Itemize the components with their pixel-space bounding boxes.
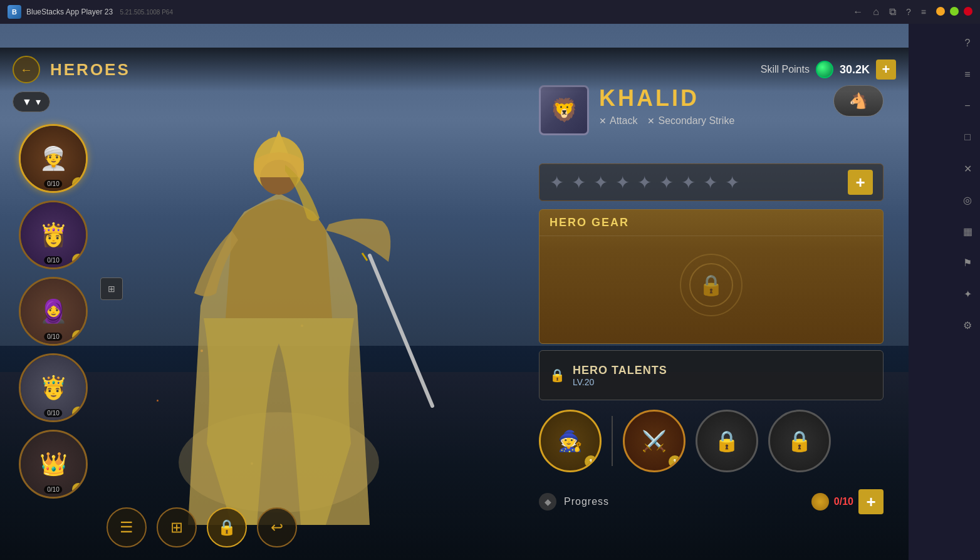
hero-lock-icon-2: 🔒 bbox=[72, 254, 85, 266]
star-7: ✦ bbox=[681, 172, 696, 193]
skill-4-lock-icon: 🔒 bbox=[787, 429, 812, 453]
game-area: ← HEROES Skill Points 30.2K + ▼ ▾ ⊞ 👳 0/… bbox=[0, 24, 909, 560]
sidebar-icon-7[interactable]: ▦ bbox=[958, 222, 977, 241]
gear-lock-area: 🔒 bbox=[680, 254, 743, 316]
sidebar-icon-10[interactable]: ⚙ bbox=[958, 316, 977, 334]
progress-nums: 0/10 bbox=[834, 496, 853, 507]
skill-icons-row: 🧙 1 ⚔️ 1 🔒 🔒 bbox=[539, 410, 884, 472]
star-4: ✦ bbox=[615, 172, 630, 193]
filter-button[interactable]: ▼ ▾ bbox=[13, 91, 50, 112]
skill-points-area: Skill Points 30.2K + bbox=[761, 60, 896, 80]
add-skill-points-button[interactable]: + bbox=[876, 60, 896, 80]
secondary-cross-icon: ✕ bbox=[647, 116, 655, 126]
stars-add-button[interactable]: + bbox=[848, 170, 873, 195]
hero-emblem: 🦁 bbox=[539, 85, 589, 135]
sidebar-icon-1[interactable]: ? bbox=[958, 34, 977, 53]
hero-progress-4: 0/10 bbox=[44, 409, 62, 417]
window-controls: ? ≡ bbox=[906, 7, 972, 17]
header: ← HEROES Skill Points 30.2K + bbox=[0, 48, 909, 91]
sidebar-icon-6[interactable]: ◎ bbox=[958, 190, 977, 209]
talent-info: HERO TALENTS LV.20 bbox=[573, 364, 667, 387]
skill-icon-1[interactable]: 🧙 1 bbox=[539, 410, 602, 472]
sidebar-icon-9[interactable]: ✦ bbox=[958, 284, 977, 303]
skill-1-image: 🧙 bbox=[558, 429, 583, 453]
menu-icon[interactable]: ≡ bbox=[921, 7, 926, 17]
skill-divider bbox=[612, 416, 613, 466]
sidebar-icon-8[interactable]: ⚑ bbox=[958, 253, 977, 272]
app-icon: B bbox=[8, 5, 21, 19]
sidebar-icon-3[interactable]: − bbox=[958, 96, 977, 115]
star-3: ✦ bbox=[593, 172, 608, 193]
skill-icon-3[interactable]: 🔒 bbox=[696, 410, 758, 472]
titlebar: B BlueStacks App Player 23 5.21.505.1008… bbox=[0, 0, 980, 24]
skill-icon-4[interactable]: 🔒 bbox=[768, 410, 831, 472]
filter-icon: ▼ bbox=[22, 96, 32, 108]
sidebar-icon-2[interactable]: ≡ bbox=[958, 65, 977, 84]
skill-1-level: 1 bbox=[585, 455, 597, 468]
filter-area: ▼ ▾ bbox=[13, 91, 50, 112]
hero-name-area: 🦁 KHALID ✕ Attack ✕ Secondary Strike bbox=[539, 85, 734, 135]
progress-area: ◆ Progress 0/10 + bbox=[539, 486, 884, 517]
gear-lock-icon: 🔒 bbox=[689, 263, 733, 307]
hero-svg bbox=[107, 55, 451, 544]
bottom-nav: ☰ ⊞ 🔒 ↩ bbox=[107, 507, 297, 547]
restore-button[interactable] bbox=[950, 7, 959, 16]
sidebar-icon-5[interactable]: ✕ bbox=[958, 159, 977, 178]
hero-gear-content: 🔒 bbox=[540, 236, 883, 333]
hero-skills-row: ✕ Attack ✕ Secondary Strike bbox=[599, 115, 734, 127]
hero-list-item-1[interactable]: 👳 0/10 🔒 bbox=[19, 124, 88, 193]
hero-gear-section: HERO GEAR 🔒 bbox=[539, 209, 884, 344]
hero-lock-icon-1: 🔒 bbox=[72, 177, 85, 190]
hero-lock-icon-5: 🔒 bbox=[72, 483, 85, 495]
skill-count: 30.2K bbox=[840, 63, 870, 76]
star-6: ✦ bbox=[659, 172, 674, 193]
skill-icon-2[interactable]: ⚔️ 1 bbox=[623, 410, 685, 472]
right-sidebar: ? ≡ − □ ✕ ◎ ▦ ⚑ ✦ ⚙ bbox=[955, 24, 980, 560]
progress-count: 0/10 + bbox=[811, 489, 884, 514]
star-5: ✦ bbox=[637, 172, 652, 193]
right-panel: 🦁 KHALID ✕ Attack ✕ Secondary Strike 🐴 bbox=[526, 48, 896, 560]
help-icon[interactable]: ? bbox=[906, 7, 911, 17]
skill2-label: Secondary Strike bbox=[658, 115, 734, 127]
nav-home-icon[interactable]: ⌂ bbox=[873, 6, 879, 18]
hero-list-item-2[interactable]: 👸 0/10 🔒 bbox=[19, 200, 88, 269]
gem-icon bbox=[816, 61, 833, 78]
nav-undo-button[interactable]: ↩ bbox=[257, 507, 297, 547]
attack-cross-icon: ✕ bbox=[599, 116, 607, 126]
hero-progress-5: 0/10 bbox=[44, 485, 62, 494]
nav-lock-button[interactable]: 🔒 bbox=[207, 507, 247, 547]
skill-points-label: Skill Points bbox=[761, 64, 810, 75]
close-button[interactable] bbox=[964, 7, 972, 16]
back-button[interactable]: ← bbox=[13, 56, 40, 83]
nav-list-button[interactable]: ☰ bbox=[107, 507, 147, 547]
talent-lock-icon: 🔒 bbox=[550, 368, 565, 383]
skill-2-image: ⚔️ bbox=[642, 429, 667, 453]
sidebar-icon-4[interactable]: □ bbox=[958, 128, 977, 147]
hero-figure-area bbox=[107, 55, 451, 544]
chevron-down-icon: ▾ bbox=[36, 96, 41, 108]
hero-list-item-5[interactable]: 👑 0/10 🔒 bbox=[19, 430, 88, 499]
star-2: ✦ bbox=[571, 172, 586, 193]
skill1-label: Attack bbox=[610, 115, 637, 127]
talent-title: HERO TALENTS bbox=[573, 364, 667, 377]
star-8: ✦ bbox=[703, 172, 717, 193]
nav-grid-button[interactable]: ⊞ bbox=[157, 507, 197, 547]
hero-progress-3: 0/10 bbox=[44, 333, 62, 341]
minimize-button[interactable] bbox=[936, 7, 945, 16]
hero-lock-icon-4: 🔒 bbox=[72, 407, 85, 419]
hero-list-item-3[interactable]: 🧕 0/10 🔒 bbox=[19, 277, 88, 346]
hero-list-item-4[interactable]: 🤴 0/10 🔒 bbox=[19, 353, 88, 422]
talent-level: LV.20 bbox=[573, 377, 667, 387]
hero-list: 👳 0/10 🔒 👸 0/10 🔒 🧕 0/10 🔒 🤴 0/10 🔒 👑 0/… bbox=[19, 124, 107, 499]
skill-tag-attack: ✕ Attack bbox=[599, 115, 637, 127]
nav-back-icon[interactable]: ← bbox=[853, 6, 863, 18]
page-title: HEROES bbox=[50, 60, 130, 80]
star-9: ✦ bbox=[725, 172, 739, 193]
hero-talents-section: 🔒 HERO TALENTS LV.20 bbox=[539, 350, 884, 400]
app-title: BlueStacks App Player 23 5.21.505.1008 P… bbox=[26, 8, 843, 16]
nav-windows-icon[interactable]: ⧉ bbox=[889, 6, 896, 18]
progress-coin-icon bbox=[811, 493, 829, 511]
hero-progress-1: 0/10 bbox=[44, 180, 62, 188]
progress-add-button[interactable]: + bbox=[858, 489, 884, 514]
progress-diamond-icon: ◆ bbox=[539, 493, 556, 511]
